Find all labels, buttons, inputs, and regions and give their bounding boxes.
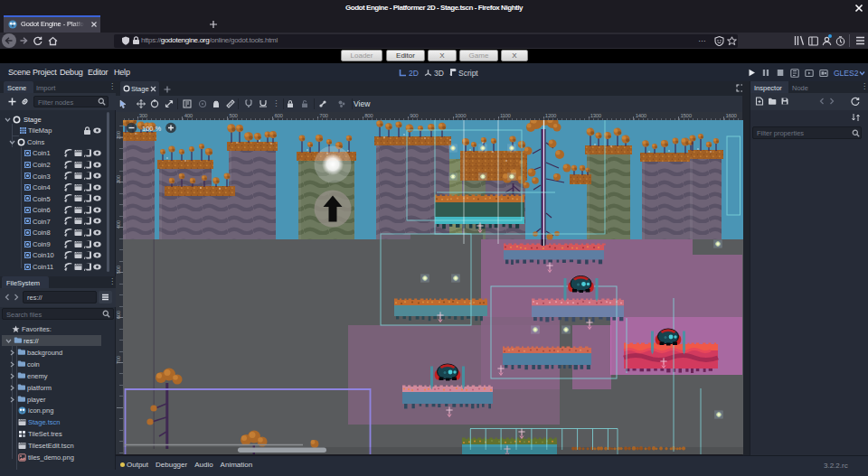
svg-text:100 %: 100 % [142, 125, 162, 133]
